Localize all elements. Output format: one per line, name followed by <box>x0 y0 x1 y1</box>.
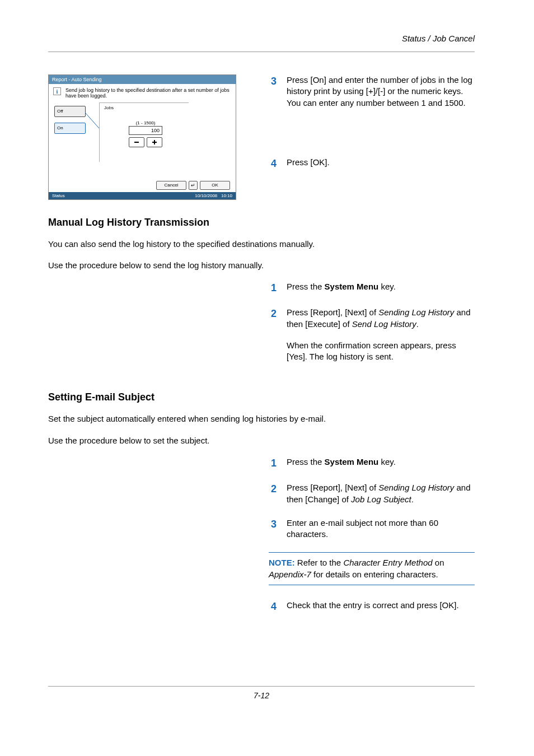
step-text: Press [OK]. <box>287 157 475 170</box>
footer-rule <box>48 686 475 687</box>
body-text: Set the subject automatically entered wh… <box>48 413 475 424</box>
step-number: 4 <box>269 157 277 170</box>
step-text: Press [Report], [Next] of Sending Log Hi… <box>287 482 475 505</box>
step-number: 4 <box>269 600 277 613</box>
minus-button[interactable] <box>129 137 144 147</box>
section-heading: Setting E-mail Subject <box>48 391 475 403</box>
section-heading: Manual Log History Transmission <box>48 217 475 228</box>
jobs-label: Jobs <box>104 105 184 110</box>
step-number: 3 <box>269 74 277 109</box>
dialog-help-text: Send job log history to the specified de… <box>65 87 231 99</box>
jobs-value-input[interactable]: 100 <box>129 126 162 135</box>
status-label: Status <box>52 193 65 198</box>
page-header: Status / Job Cancel <box>402 34 475 43</box>
step-text: Check that the entry is correct and pres… <box>287 600 475 613</box>
step-number: 1 <box>269 281 277 295</box>
info-icon: i <box>53 87 61 95</box>
body-text: Use the procedure below to send the log … <box>48 260 475 271</box>
status-bar: Status 10/10/2008 10:10 <box>49 192 236 199</box>
note-label: NOTE: <box>269 558 295 567</box>
note-box: NOTE: Refer to the Character Entry Metho… <box>269 552 475 585</box>
step-number: 1 <box>269 456 277 470</box>
dialog-auto-sending: Report - Auto Sending i Send job log his… <box>48 74 236 200</box>
step-number: 2 <box>269 482 277 505</box>
return-button[interactable]: ↵ <box>189 181 198 190</box>
page-number: 7-12 <box>48 691 475 700</box>
step-text: Press the System Menu key. <box>287 281 475 295</box>
status-datetime: 10/10/2008 10:10 <box>195 193 232 198</box>
cancel-button[interactable]: Cancel <box>156 181 186 190</box>
step-number: 2 <box>269 307 277 362</box>
jobs-group: Jobs (1 - 1500) 100 <box>99 102 189 162</box>
body-text: Use the procedure below to set the subje… <box>48 435 475 446</box>
off-button[interactable]: Off <box>54 106 86 117</box>
on-button[interactable]: On <box>54 123 86 134</box>
step-text: Press [Report], [Next] of Sending Log Hi… <box>287 307 475 362</box>
ok-button[interactable]: OK <box>200 181 230 190</box>
body-text: You can also send the log history to the… <box>48 239 475 250</box>
plus-button[interactable] <box>147 137 162 147</box>
dialog-title: Report - Auto Sending <box>49 75 236 84</box>
callout-line <box>85 113 101 129</box>
jobs-range: (1 - 1500) <box>129 120 162 125</box>
step-text: Press the System Menu key. <box>287 456 475 470</box>
step-text: Enter an e-mail subject not more than 60… <box>287 517 475 540</box>
header-rule <box>48 52 475 52</box>
step-number: 3 <box>269 517 277 540</box>
step-text: Press [On] and enter the number of jobs … <box>287 74 475 109</box>
